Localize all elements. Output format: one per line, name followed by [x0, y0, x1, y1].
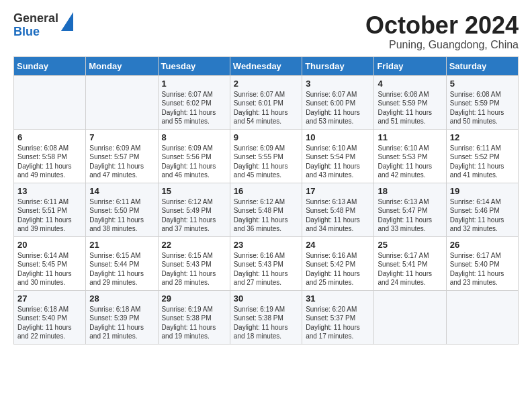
- calendar-cell: 7Sunrise: 6:09 AMSunset: 5:57 PMDaylight…: [86, 129, 158, 183]
- calendar-cell: 1Sunrise: 6:07 AMSunset: 6:02 PMDaylight…: [158, 75, 230, 129]
- weekday-header-row: SundayMondayTuesdayWednesdayThursdayFrid…: [14, 56, 519, 75]
- calendar-cell: 29Sunrise: 6:19 AMSunset: 5:38 PMDayligh…: [158, 290, 230, 344]
- day-number: 6: [17, 132, 82, 142]
- cell-details: Sunrise: 6:09 AMSunset: 5:56 PMDaylight:…: [162, 144, 226, 180]
- calendar-cell: 17Sunrise: 6:13 AMSunset: 5:48 PMDayligh…: [302, 183, 374, 236]
- day-number: 19: [450, 186, 515, 196]
- calendar-cell: 15Sunrise: 6:12 AMSunset: 5:49 PMDayligh…: [158, 183, 230, 236]
- calendar-cell: 27Sunrise: 6:18 AMSunset: 5:40 PMDayligh…: [14, 290, 86, 344]
- calendar-cell: [14, 75, 86, 129]
- cell-details: Sunrise: 6:19 AMSunset: 5:38 PMDaylight:…: [162, 305, 226, 341]
- weekday-header-sunday: Sunday: [14, 56, 86, 75]
- cell-details: Sunrise: 6:14 AMSunset: 5:45 PMDaylight:…: [17, 251, 82, 287]
- week-row-2: 6Sunrise: 6:08 AMSunset: 5:58 PMDaylight…: [14, 129, 519, 183]
- calendar-cell: 28Sunrise: 6:18 AMSunset: 5:39 PMDayligh…: [86, 290, 158, 344]
- calendar-cell: [86, 75, 158, 129]
- day-number: 3: [306, 79, 370, 89]
- day-number: 14: [89, 186, 154, 196]
- day-number: 10: [306, 132, 370, 142]
- day-number: 7: [89, 132, 154, 142]
- calendar-table: SundayMondayTuesdayWednesdayThursdayFrid…: [13, 56, 519, 345]
- calendar-cell: 6Sunrise: 6:08 AMSunset: 5:58 PMDaylight…: [14, 129, 86, 183]
- day-number: 4: [378, 79, 442, 89]
- calendar-cell: 30Sunrise: 6:19 AMSunset: 5:38 PMDayligh…: [230, 290, 302, 344]
- day-number: 31: [306, 293, 370, 304]
- cell-details: Sunrise: 6:13 AMSunset: 5:47 PMDaylight:…: [378, 197, 442, 234]
- cell-details: Sunrise: 6:18 AMSunset: 5:40 PMDaylight:…: [17, 305, 82, 341]
- day-number: 12: [450, 132, 515, 142]
- day-number: 9: [234, 132, 298, 142]
- logo: General Blue: [13, 12, 73, 39]
- weekday-header-monday: Monday: [86, 56, 158, 75]
- weekday-header-thursday: Thursday: [302, 56, 374, 75]
- day-number: 1: [162, 79, 226, 89]
- week-row-1: 1Sunrise: 6:07 AMSunset: 6:02 PMDaylight…: [14, 75, 519, 129]
- calendar-cell: 18Sunrise: 6:13 AMSunset: 5:47 PMDayligh…: [374, 183, 446, 236]
- calendar-cell: 21Sunrise: 6:15 AMSunset: 5:44 PMDayligh…: [86, 236, 158, 290]
- weekday-header-tuesday: Tuesday: [158, 56, 230, 75]
- week-row-4: 20Sunrise: 6:14 AMSunset: 5:45 PMDayligh…: [14, 236, 519, 290]
- cell-details: Sunrise: 6:12 AMSunset: 5:48 PMDaylight:…: [234, 197, 298, 234]
- day-number: 25: [378, 240, 442, 250]
- day-number: 28: [89, 293, 154, 304]
- cell-details: Sunrise: 6:13 AMSunset: 5:48 PMDaylight:…: [306, 197, 370, 234]
- cell-details: Sunrise: 6:08 AMSunset: 5:59 PMDaylight:…: [378, 90, 442, 126]
- cell-details: Sunrise: 6:14 AMSunset: 5:46 PMDaylight:…: [450, 197, 515, 234]
- cell-details: Sunrise: 6:07 AMSunset: 6:02 PMDaylight:…: [162, 90, 226, 126]
- day-number: 27: [17, 293, 82, 304]
- cell-details: Sunrise: 6:17 AMSunset: 5:40 PMDaylight:…: [450, 251, 515, 287]
- day-number: 2: [234, 79, 298, 89]
- day-number: 16: [234, 186, 298, 196]
- weekday-header-wednesday: Wednesday: [230, 56, 302, 75]
- calendar-cell: 14Sunrise: 6:11 AMSunset: 5:50 PMDayligh…: [86, 183, 158, 236]
- day-number: 30: [234, 293, 298, 304]
- cell-details: Sunrise: 6:10 AMSunset: 5:54 PMDaylight:…: [306, 144, 370, 180]
- calendar-cell: 26Sunrise: 6:17 AMSunset: 5:40 PMDayligh…: [446, 236, 518, 290]
- cell-details: Sunrise: 6:12 AMSunset: 5:49 PMDaylight:…: [162, 197, 226, 234]
- calendar-cell: [374, 290, 446, 344]
- cell-details: Sunrise: 6:18 AMSunset: 5:39 PMDaylight:…: [89, 305, 154, 341]
- day-number: 23: [234, 240, 298, 250]
- calendar-cell: 11Sunrise: 6:10 AMSunset: 5:53 PMDayligh…: [374, 129, 446, 183]
- page-container: General Blue October 2024 Puning, Guangd…: [0, 0, 532, 351]
- calendar-cell: [446, 290, 518, 344]
- cell-details: Sunrise: 6:20 AMSunset: 5:37 PMDaylight:…: [306, 305, 370, 341]
- calendar-cell: 22Sunrise: 6:15 AMSunset: 5:43 PMDayligh…: [158, 236, 230, 290]
- day-number: 22: [162, 240, 226, 250]
- weekday-header-saturday: Saturday: [446, 56, 518, 75]
- logo-general: General: [13, 12, 58, 26]
- cell-details: Sunrise: 6:11 AMSunset: 5:50 PMDaylight:…: [89, 197, 154, 234]
- day-number: 24: [306, 240, 370, 250]
- cell-details: Sunrise: 6:11 AMSunset: 5:51 PMDaylight:…: [17, 197, 82, 234]
- calendar-cell: 5Sunrise: 6:08 AMSunset: 5:59 PMDaylight…: [446, 75, 518, 129]
- day-number: 11: [378, 132, 442, 142]
- svg-marker-0: [61, 12, 73, 31]
- location: Puning, Guangdong, China: [365, 39, 519, 51]
- day-number: 18: [378, 186, 442, 196]
- day-number: 8: [162, 132, 226, 142]
- calendar-cell: 12Sunrise: 6:11 AMSunset: 5:52 PMDayligh…: [446, 129, 518, 183]
- day-number: 26: [450, 240, 515, 250]
- logo-triangle-icon: [61, 12, 73, 31]
- calendar-cell: 25Sunrise: 6:17 AMSunset: 5:41 PMDayligh…: [374, 236, 446, 290]
- cell-details: Sunrise: 6:15 AMSunset: 5:43 PMDaylight:…: [162, 251, 226, 287]
- cell-details: Sunrise: 6:07 AMSunset: 6:00 PMDaylight:…: [306, 90, 370, 126]
- calendar-cell: 19Sunrise: 6:14 AMSunset: 5:46 PMDayligh…: [446, 183, 518, 236]
- weekday-header-friday: Friday: [374, 56, 446, 75]
- day-number: 17: [306, 186, 370, 196]
- cell-details: Sunrise: 6:08 AMSunset: 5:58 PMDaylight:…: [17, 144, 82, 180]
- day-number: 21: [89, 240, 154, 250]
- calendar-cell: 23Sunrise: 6:16 AMSunset: 5:43 PMDayligh…: [230, 236, 302, 290]
- cell-details: Sunrise: 6:15 AMSunset: 5:44 PMDaylight:…: [89, 251, 154, 287]
- week-row-5: 27Sunrise: 6:18 AMSunset: 5:40 PMDayligh…: [14, 290, 519, 344]
- month-title: October 2024: [365, 12, 519, 39]
- day-number: 5: [450, 79, 515, 89]
- calendar-cell: 4Sunrise: 6:08 AMSunset: 5:59 PMDaylight…: [374, 75, 446, 129]
- calendar-cell: 8Sunrise: 6:09 AMSunset: 5:56 PMDaylight…: [158, 129, 230, 183]
- cell-details: Sunrise: 6:11 AMSunset: 5:52 PMDaylight:…: [450, 144, 515, 180]
- title-area: October 2024 Puning, Guangdong, China: [365, 12, 519, 51]
- calendar-cell: 9Sunrise: 6:09 AMSunset: 5:55 PMDaylight…: [230, 129, 302, 183]
- calendar-cell: 20Sunrise: 6:14 AMSunset: 5:45 PMDayligh…: [14, 236, 86, 290]
- cell-details: Sunrise: 6:17 AMSunset: 5:41 PMDaylight:…: [378, 251, 442, 287]
- calendar-cell: 2Sunrise: 6:07 AMSunset: 6:01 PMDaylight…: [230, 75, 302, 129]
